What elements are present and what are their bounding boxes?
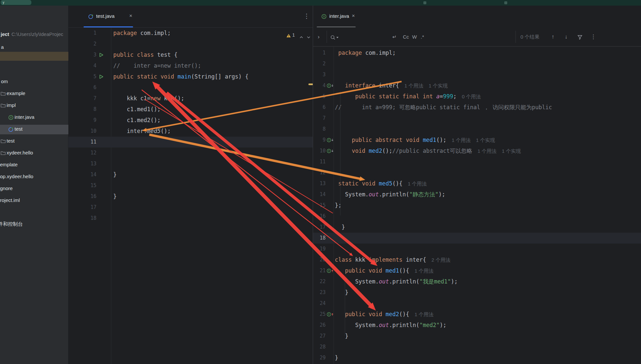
- code-line[interactable]: }: [335, 222, 345, 233]
- tree-item-fragment[interactable]: a: [1, 44, 4, 50]
- code-line[interactable]: c1.med2();: [113, 115, 160, 126]
- code-line[interactable]: void med2();//public abstract可以忽略1 个用法1 …: [335, 146, 521, 156]
- sidebar-item-example[interactable]: example: [0, 89, 68, 99]
- code-line[interactable]: kkk c1=new kkk();: [113, 93, 184, 104]
- code-line[interactable]: System.out.println("静态方法");: [335, 189, 445, 200]
- code-line[interactable]: };: [335, 200, 341, 211]
- code-line[interactable]: class kkk implements inter{2 个用法: [335, 254, 450, 265]
- overrides-icon[interactable]: I: [327, 268, 334, 275]
- line-number[interactable]: 13: [313, 178, 326, 189]
- topbar-icon[interactable]: [504, 1, 507, 4]
- line-number[interactable]: 15: [313, 200, 326, 211]
- line-number[interactable]: 16: [68, 191, 96, 202]
- line-number[interactable]: 26: [313, 320, 326, 331]
- code-line[interactable]: }: [113, 169, 117, 180]
- line-number[interactable]: 5: [68, 71, 96, 82]
- run-icon[interactable]: [99, 52, 104, 59]
- sidebar-item-xydeer-hello[interactable]: xydeer.hello: [0, 149, 68, 158]
- line-number[interactable]: 18: [313, 233, 326, 244]
- sidebar-item-test[interactable]: test: [0, 125, 68, 134]
- overrides-icon[interactable]: I: [327, 312, 334, 318]
- code-line[interactable]: package com.impl;: [113, 28, 171, 39]
- code-line[interactable]: static void med5(){1 个用法: [335, 178, 427, 189]
- code-line[interactable]: public void med2(){1 个用法: [335, 309, 434, 320]
- line-number[interactable]: 2: [68, 39, 96, 50]
- topbar-icon[interactable]: [423, 1, 426, 4]
- code-line[interactable]: interface inter{1 个用法1 个实现: [335, 80, 448, 91]
- implemented-icon[interactable]: I: [327, 149, 334, 155]
- line-number[interactable]: 21: [313, 265, 326, 276]
- code-line[interactable]: public void med1(){1 个用法: [335, 265, 434, 276]
- next-warning-icon[interactable]: [307, 34, 310, 40]
- line-number[interactable]: 12: [313, 167, 326, 178]
- code-line[interactable]: c1.med1();: [113, 104, 160, 115]
- line-number[interactable]: 9: [313, 135, 326, 146]
- code-line[interactable]: }: [113, 191, 117, 202]
- line-number[interactable]: 16: [313, 211, 326, 222]
- code-line[interactable]: }: [335, 287, 348, 298]
- line-number[interactable]: 6: [68, 82, 96, 93]
- line-number[interactable]: 7: [313, 113, 326, 124]
- code-line[interactable]: package com.impl;: [335, 48, 396, 58]
- line-number[interactable]: 19: [313, 244, 326, 254]
- line-number[interactable]: 17: [68, 202, 96, 213]
- code-line[interactable]: public static void main(String[] args) {: [113, 71, 248, 82]
- line-number[interactable]: 15: [68, 180, 96, 191]
- run-icon[interactable]: [99, 74, 104, 81]
- line-number[interactable]: 5: [313, 91, 326, 102]
- line-number[interactable]: 1: [313, 48, 326, 58]
- sidebar-item-inter-java[interactable]: Iinter.java: [0, 113, 68, 122]
- line-number[interactable]: 22: [313, 276, 326, 287]
- code-line[interactable]: // int a=999; 可忽略public static final ， 访…: [335, 102, 552, 113]
- line-number[interactable]: 18: [68, 213, 96, 224]
- line-number[interactable]: 11: [313, 156, 326, 167]
- line-number[interactable]: 9: [68, 115, 96, 126]
- line-number[interactable]: 25: [313, 309, 326, 320]
- code-line[interactable]: public abstract void med1();1 个用法1 个实现: [335, 135, 495, 146]
- code-line[interactable]: System.out.println("med2");: [335, 320, 446, 331]
- line-number[interactable]: 14: [68, 169, 96, 180]
- line-number[interactable]: 20: [313, 254, 326, 265]
- previous-warning-icon[interactable]: [300, 34, 303, 40]
- line-number[interactable]: 12: [68, 148, 96, 158]
- line-number[interactable]: 13: [68, 158, 96, 169]
- line-number[interactable]: 6: [313, 102, 326, 113]
- sidebar-item--[interactable]: 件和控制台: [0, 220, 68, 229]
- code-line[interactable]: public static final int a=999;0 个用法: [335, 91, 481, 102]
- code-line[interactable]: public class test {: [113, 50, 177, 60]
- code-line[interactable]: // inter a=new inter();: [113, 60, 201, 71]
- browser-tab-pill[interactable]: y: [1, 0, 31, 5]
- line-number[interactable]: 11: [68, 137, 96, 148]
- line-number[interactable]: 8: [68, 104, 96, 115]
- sidebar-item-impl[interactable]: impl: [0, 101, 68, 111]
- inspections-widget[interactable]: 1: [286, 32, 314, 39]
- code-line[interactable]: }: [335, 352, 338, 363]
- line-number[interactable]: 24: [313, 298, 326, 309]
- line-number[interactable]: 3: [68, 50, 96, 60]
- sidebar-item-om[interactable]: om: [0, 77, 68, 87]
- sidebar-item-gnore[interactable]: gnore: [0, 184, 68, 194]
- line-number[interactable]: 3: [313, 69, 326, 80]
- line-number[interactable]: 2: [313, 58, 326, 69]
- sidebar-item-emplate[interactable]: emplate: [0, 160, 68, 170]
- code-line[interactable]: System.out.println("我是med1");: [335, 276, 458, 287]
- code-line[interactable]: }: [335, 331, 348, 342]
- line-number[interactable]: 10: [313, 146, 326, 156]
- implemented-icon[interactable]: I: [327, 83, 334, 89]
- line-number[interactable]: 14: [313, 189, 326, 200]
- sidebar-item-roject-iml[interactable]: roject.iml: [0, 196, 68, 206]
- implemented-icon[interactable]: I: [327, 138, 334, 144]
- tree-highlighted-row[interactable]: [0, 52, 68, 61]
- line-number[interactable]: 4: [68, 60, 96, 71]
- line-number[interactable]: 28: [313, 342, 326, 352]
- line-number[interactable]: 8: [313, 124, 326, 135]
- line-number[interactable]: 4: [313, 80, 326, 91]
- sidebar-item-test[interactable]: test: [0, 137, 68, 146]
- code-line[interactable]: inter.med5();: [113, 126, 171, 137]
- line-number[interactable]: 17: [313, 222, 326, 233]
- line-number[interactable]: 29: [313, 352, 326, 363]
- line-number[interactable]: 10: [68, 126, 96, 137]
- warning-stripe-mark[interactable]: [308, 83, 313, 85]
- line-number[interactable]: 1: [68, 28, 96, 39]
- sidebar-item-op-xydeer-hello[interactable]: op.xydeer.hello: [0, 172, 68, 182]
